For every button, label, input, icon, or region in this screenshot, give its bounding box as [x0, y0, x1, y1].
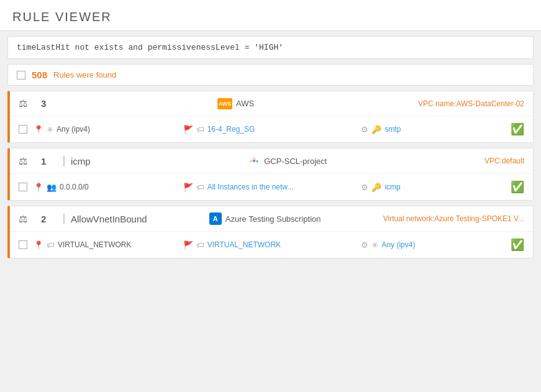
rule-2-hammer-icon: ⚖ — [19, 155, 31, 167]
rule-1-vpc-value: AWS-DataCenter-02 — [456, 99, 524, 108]
rule-1-vpc-label: VPC name: — [418, 99, 456, 108]
rule-1-source-text: Any (ipv4) — [57, 125, 90, 134]
header: RULE VIEWER — [0, 0, 541, 31]
rule-2-detail: 📍 👥 0.0.0.0/0 🚩 🏷 All Instances in the n… — [10, 174, 533, 200]
query-bar: timeLastHit not exists and permissivenes… — [7, 36, 534, 59]
rule-1-dest: 🚩 🏷 16-4_Reg_SG — [183, 125, 355, 134]
rule-2-dest: 🚩 🏷 All Instances in the netw... — [183, 183, 355, 192]
rule-2-source: 📍 👥 0.0.0.0/0 — [34, 183, 177, 192]
rule-2-name: icmp — [63, 156, 91, 166]
rule-1-provider: AWS AWS — [217, 98, 254, 109]
rule-1-service-text: smtp — [384, 125, 401, 134]
location-icon: 📍 — [34, 125, 43, 134]
rule-2-vpc-value: default — [502, 157, 524, 165]
key-icon: 🔑 — [371, 125, 381, 134]
rule-1-checkbox[interactable] — [19, 125, 27, 134]
rule-1-dest-text: 16-4_Reg_SG — [207, 125, 255, 134]
rule-3-provider: A Azure Testing Subscription — [209, 212, 321, 225]
tag-icon-2: 🏷 — [196, 183, 204, 192]
tag-icon: 🏷 — [196, 125, 204, 134]
rule-3-name: AllowVnetInBound — [63, 214, 147, 224]
page-title: RULE VIEWER — [12, 10, 529, 24]
page-container: RULE VIEWER timeLastHit not exists and p… — [0, 0, 541, 392]
rule-3-vpc-value: Azure Testing-SPOKE1 V... — [434, 214, 524, 223]
svg-point-0 — [253, 160, 255, 162]
rule-3-service: ⚙ ✳ Any (ipv4) — [361, 240, 504, 250]
rule-3-detail: 📍 🏷 VIRTUAL_NETWORK 🚩 🏷 VIRTUAL_NETWORK … — [10, 232, 533, 258]
results-label: Rules were found — [53, 70, 116, 80]
rule-2-header: ⚖ 1 icmp GCP-SCL-project VPC:default — [10, 148, 533, 174]
rule-1-number: 3 — [41, 98, 53, 109]
rule-3-header: ⚖ 2 AllowVnetInBound A Azure Testing Sub… — [10, 206, 533, 232]
star-icon-3: ✳ — [371, 240, 378, 250]
location-icon-3: 📍 — [34, 240, 43, 250]
flag-icon-2: 🚩 — [183, 183, 193, 192]
rule-card-3: ⚖ 2 AllowVnetInBound A Azure Testing Sub… — [7, 206, 534, 258]
rule-1-vpc: VPC name:AWS-DataCenter-02 — [418, 99, 524, 108]
rule-3-status: ✅ — [511, 238, 524, 252]
rule-1-header: ⚖ 3 AWS AWS VPC name:AWS-DataCenter-02 — [10, 91, 533, 116]
results-count: 508 — [32, 70, 47, 80]
rule-2-vpc-label: VPC: — [484, 157, 502, 165]
rule-3-vpc: Virtual network:Azure Testing-SPOKE1 V..… — [383, 214, 524, 223]
rule-2-source-text: 0.0.0.0/0 — [60, 183, 89, 191]
rule-3-dest-text: VIRTUAL_NETWORK — [207, 240, 281, 249]
rule-3-checkbox[interactable] — [19, 240, 27, 249]
rule-1-service: ⚙ 🔑 smtp — [361, 125, 504, 134]
select-all-checkbox[interactable] — [17, 71, 25, 80]
rule-3-service-text: Any (ipv4) — [381, 240, 415, 249]
rule-1-status: ✅ — [511, 122, 524, 136]
rule-1-source: 📍 ✳ Any (ipv4) — [34, 125, 177, 134]
gcp-logo — [248, 155, 260, 167]
rule-2-vpc: VPC:default — [484, 157, 524, 165]
rule-3-hammer-icon: ⚖ — [19, 213, 31, 225]
query-text: timeLastHit not exists and permissivenes… — [17, 43, 283, 52]
flag-icon: 🚩 — [183, 125, 193, 134]
rule-2-provider-name: GCP-SCL-project — [264, 157, 327, 166]
flag-icon-3: 🚩 — [183, 240, 193, 250]
rule-3-source: 📍 🏷 VIRTUAL_NETWORK — [34, 240, 177, 250]
aws-logo: AWS — [217, 98, 232, 109]
rule-3-provider-name: Azure Testing Subscription — [225, 214, 321, 224]
rule-3-number: 2 — [41, 214, 53, 224]
rule-2-checkbox[interactable] — [19, 183, 27, 191]
rule-1-provider-name: AWS — [236, 99, 254, 108]
rule-1-detail: 📍 ✳ Any (ipv4) 🚩 🏷 16-4_Reg_SG ⚙ 🔑 smtp … — [10, 116, 533, 142]
rule-3-vpc-label: Virtual network: — [383, 214, 434, 223]
rule-card-2: ⚖ 1 icmp GCP-SCL-project VPC:default — [7, 148, 534, 201]
rule-2-service-text: icmp — [384, 183, 400, 191]
rule-2-status: ✅ — [511, 180, 524, 194]
location-icon-2: 📍 — [34, 183, 43, 192]
rule-1-hammer-icon: ⚖ — [19, 98, 31, 109]
rule-3-dest: 🚩 🏷 VIRTUAL_NETWORK — [183, 240, 355, 250]
gear-icon-3: ⚙ — [361, 240, 368, 250]
rule-2-service: ⚙ 🔑 icmp — [361, 183, 504, 192]
group-icon: 👥 — [47, 183, 57, 192]
tag-icon-4: 🏷 — [196, 240, 204, 250]
rule-card-1: ⚖ 3 AWS AWS VPC name:AWS-DataCenter-02 📍… — [7, 91, 534, 143]
gear-icon-2: ⚙ — [361, 183, 368, 192]
gear-icon: ⚙ — [361, 125, 368, 134]
results-bar: 508 Rules were found — [7, 64, 534, 86]
rule-2-provider: GCP-SCL-project — [248, 155, 327, 167]
rule-2-dest-text: All Instances in the netw... — [207, 183, 294, 191]
azure-logo: A — [209, 212, 222, 225]
key-icon-2: 🔑 — [371, 183, 381, 192]
star-icon: ✳ — [47, 125, 53, 134]
tag-icon-3: 🏷 — [47, 240, 55, 250]
rule-3-source-text: VIRTUAL_NETWORK — [58, 240, 131, 249]
rule-2-number: 1 — [41, 156, 53, 166]
